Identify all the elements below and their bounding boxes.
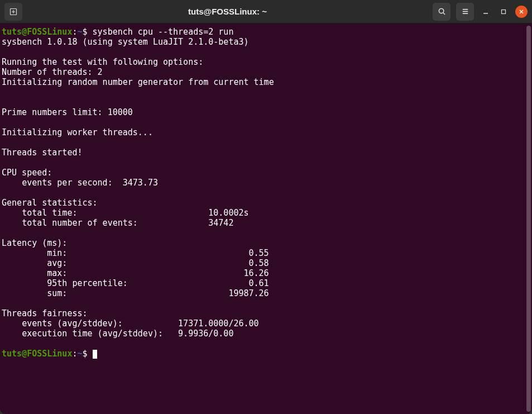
output-lat-95p-label: 95th percentile: [47, 278, 128, 288]
output-exec-time-label: execution time (avg/stddev): [22, 329, 163, 339]
terminal-area[interactable]: tuts@FOSSLinux:~$ sysbench cpu --threads… [0, 23, 532, 414]
close-icon [519, 9, 524, 15]
new-tab-button[interactable] [4, 3, 22, 21]
output-lat-max-value: 16.26 [243, 268, 269, 278]
output-general-stats-header: General statistics: [2, 198, 98, 208]
search-button[interactable] [433, 3, 450, 21]
output-lat-95p-value: 0.61 [249, 278, 269, 288]
scrollbar[interactable] [526, 26, 531, 412]
prompt-dollar: $ [83, 27, 93, 37]
prompt2-user-host: tuts@FOSSLinux [2, 349, 72, 359]
output-eps-label: events per second: [22, 178, 113, 188]
output-fairness-header: Threads fairness: [2, 308, 88, 318]
titlebar: tuts@FOSSLinux: ~ [0, 0, 532, 23]
output-lat-sum-value: 19987.26 [228, 288, 269, 298]
minimize-icon [483, 9, 488, 15]
output-threads-label: Number of threads: [2, 67, 93, 77]
hamburger-icon [461, 7, 469, 16]
svg-point-3 [439, 8, 443, 13]
output-prime-label: Prime numbers limit: [2, 107, 103, 117]
output-lat-max-label: max: [47, 268, 67, 278]
output-total-time-label: total time: [22, 208, 77, 218]
output-events-avg-value: 17371.0000/26.00 [178, 318, 259, 329]
output-cpu-speed-header: CPU speed: [2, 168, 52, 178]
output-threads-value: 2 [98, 67, 103, 77]
prompt-user-host: tuts@FOSSLinux [2, 27, 72, 37]
search-icon [438, 7, 446, 16]
output-total-events-value: 34742 [208, 218, 233, 228]
titlebar-right [433, 3, 528, 21]
output-lat-avg-value: 0.58 [249, 258, 269, 268]
output-exec-time-value: 9.9936/0.00 [178, 329, 233, 339]
maximize-icon [501, 9, 506, 15]
minimize-button[interactable] [480, 6, 492, 18]
titlebar-left [4, 3, 22, 21]
output-init-rng: Initializing random number generator fro… [2, 77, 274, 87]
menu-button[interactable] [456, 3, 474, 21]
output-init-workers: Initializing worker threads... [2, 127, 153, 137]
svg-rect-9 [502, 9, 506, 13]
terminal-content: tuts@FOSSLinux:~$ sysbench cpu --threads… [2, 27, 530, 359]
svg-line-4 [443, 13, 444, 15]
output-total-time-value: 10.0002s [208, 208, 248, 218]
output-running-header: Running the test with following options: [2, 57, 203, 67]
output-version: sysbench 1.0.18 (using system LuaJIT 2.1… [2, 37, 249, 47]
prompt-path: ~ [77, 27, 82, 37]
prompt2-path: ~ [77, 349, 82, 359]
window-title: tuts@FOSSLinux: ~ [22, 7, 433, 16]
output-threads-started: Threads started! [2, 147, 83, 158]
output-prime-value: 10000 [108, 107, 133, 117]
output-events-avg-label: events (avg/stddev): [22, 318, 123, 329]
new-tab-icon [9, 7, 18, 16]
output-lat-avg-label: avg: [47, 258, 67, 268]
output-lat-min-label: min: [47, 248, 67, 258]
output-total-events-label: total number of events: [22, 218, 138, 228]
close-button[interactable] [515, 6, 528, 18]
output-eps-value: 3473.73 [123, 178, 158, 188]
maximize-button[interactable] [497, 6, 510, 18]
cursor [93, 350, 97, 359]
prompt2-dollar: $ [83, 349, 93, 359]
output-lat-sum-label: sum: [47, 288, 67, 298]
output-lat-min-value: 0.55 [249, 248, 269, 258]
output-latency-header: Latency (ms): [2, 238, 67, 248]
command-text: sysbench cpu --threads=2 run [93, 27, 234, 37]
